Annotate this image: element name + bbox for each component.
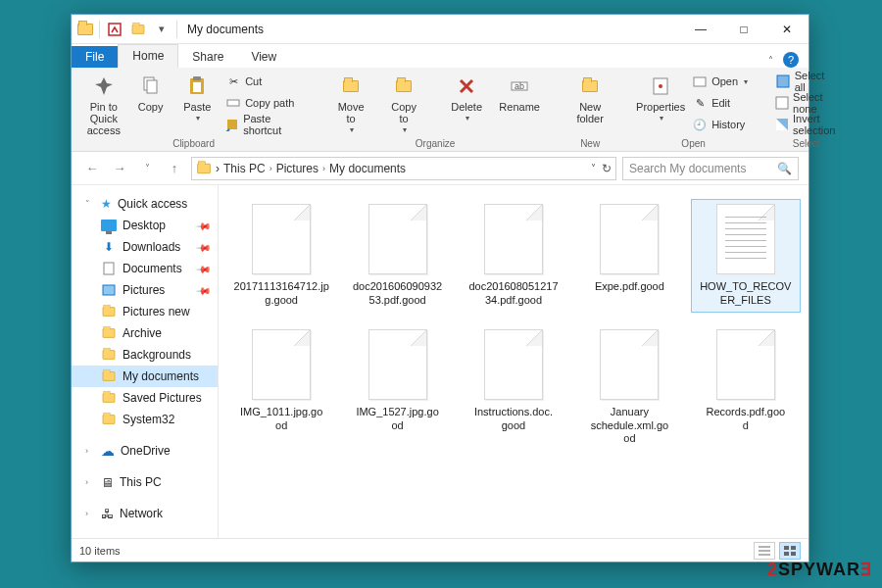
file-item[interactable]: January schedule.xml.go od (574, 324, 684, 451)
copy-to-button[interactable]: Copy to▾ (380, 72, 427, 135)
label: Pictures new (122, 305, 190, 318)
watermark: 2SPYWARƎ (767, 559, 872, 580)
file-item[interactable]: 20171113164712.jpg.good (226, 199, 336, 313)
properties-button[interactable]: Properties▾ (637, 72, 684, 123)
details-view-button[interactable] (754, 542, 775, 560)
address-bar[interactable]: › This PC› Pictures› My documents ˅ ↻ (191, 157, 616, 180)
file-icon (600, 329, 659, 400)
address-dropdown-button[interactable]: ˅ (591, 163, 596, 173)
file-pane[interactable]: 20171113164712.jpg.gooddoc201606090932 5… (219, 185, 808, 538)
collapse-ribbon-button[interactable]: ˄ (768, 55, 773, 66)
desktop-icon (101, 220, 117, 231)
sidebar-my-documents[interactable]: My documents (72, 366, 218, 387)
properties-icon (647, 74, 674, 99)
sidebar-pictures[interactable]: Pictures📌 (72, 279, 218, 301)
file-item[interactable]: IMG_1011.jpg.go od (226, 324, 336, 451)
file-item[interactable]: doc201608051217 34.pdf.good (459, 199, 568, 313)
tab-view[interactable]: View (237, 46, 290, 68)
file-item[interactable]: doc201606090932 53.pdf.good (342, 199, 452, 313)
back-button[interactable]: ← (81, 158, 103, 179)
maximize-button[interactable]: □ (722, 15, 765, 44)
sidebar-this-pc[interactable]: ›🖥This PC (72, 471, 218, 493)
group-organize: Move to▾ Copy to▾ Delete▾ ab Rename Orga… (321, 72, 549, 149)
edit-icon: ✎ (692, 95, 708, 111)
file-icon (600, 204, 659, 274)
label: OneDrive (121, 444, 171, 458)
sidebar-pictures-new[interactable]: Pictures new (72, 301, 218, 322)
breadcrumb-my-documents[interactable]: My documents (329, 162, 406, 175)
svg-rect-15 (104, 263, 114, 274)
edit-button[interactable]: ✎Edit (690, 93, 750, 113)
file-grid: 20171113164712.jpg.gooddoc201606090932 5… (226, 199, 801, 451)
sidebar-onedrive[interactable]: ›☁OneDrive (72, 440, 218, 462)
breadcrumb-this-pc[interactable]: This PC› (223, 162, 272, 175)
chevron-right-icon: › (322, 164, 325, 173)
group-label: Clipboard (172, 136, 215, 149)
minimize-button[interactable]: — (679, 15, 722, 44)
paste-button[interactable]: Paste ▾ (176, 72, 218, 123)
recent-locations-button[interactable]: ˅ (136, 158, 158, 179)
copy-path-button[interactable]: Copy path (223, 93, 304, 113)
chevron-right-icon: › (270, 164, 272, 173)
forward-button[interactable]: → (109, 158, 130, 179)
breadcrumb-pictures[interactable]: Pictures› (276, 162, 325, 175)
sidebar-desktop[interactable]: Desktop📌 (72, 215, 218, 236)
delete-button[interactable]: Delete▾ (443, 72, 490, 123)
svg-rect-13 (777, 75, 789, 87)
file-item[interactable]: IMG_1527.jpg.go od (342, 324, 452, 451)
qat-dropdown-icon[interactable]: ▾ (153, 21, 171, 38)
dogear-icon (759, 330, 774, 346)
history-button[interactable]: 🕘History (690, 115, 750, 134)
qat-properties-icon[interactable] (106, 21, 123, 38)
label: Backgrounds (122, 348, 191, 362)
file-item[interactable]: HOW_TO_RECOV ER_FILES (691, 199, 801, 313)
search-input[interactable]: Search My documents 🔍 (622, 157, 799, 180)
label: Paste (183, 101, 211, 113)
file-item[interactable]: Records.pdf.goo d (691, 324, 801, 451)
sidebar-system32[interactable]: System32 (72, 409, 218, 430)
new-folder-icon (576, 74, 604, 99)
dogear-icon (411, 205, 426, 220)
dogear-icon (294, 205, 310, 220)
rename-button[interactable]: ab Rename (496, 72, 543, 113)
move-to-button[interactable]: Move to▾ (327, 72, 374, 135)
label: Copy path (245, 97, 294, 109)
copy-button[interactable]: Copy (130, 72, 172, 113)
pin-icon (90, 74, 118, 99)
open-button[interactable]: Open▾ (690, 72, 750, 91)
new-folder-button[interactable]: New folder (566, 72, 613, 124)
icons-view-button[interactable] (779, 542, 801, 560)
tab-share[interactable]: Share (178, 46, 237, 68)
svg-rect-7 (227, 120, 237, 129)
paste-shortcut-button[interactable]: Paste shortcut (223, 115, 304, 134)
invert-selection-button[interactable]: Invert selection (773, 115, 839, 134)
sidebar-documents[interactable]: Documents📌 (72, 258, 218, 279)
sidebar-archive[interactable]: Archive (72, 322, 218, 344)
pin-to-quick-access-button[interactable]: Pin to Quick access (83, 72, 124, 136)
pin-icon: 📌 (196, 218, 212, 233)
tab-file[interactable]: File (72, 46, 118, 68)
close-button[interactable]: ✕ (765, 15, 808, 44)
sidebar-network[interactable]: ›🖧Network (72, 503, 218, 524)
file-item[interactable]: Expe.pdf.good (574, 199, 684, 313)
cut-button[interactable]: ✂Cut (223, 72, 304, 91)
svg-text:ab: ab (514, 81, 524, 91)
sidebar-saved-pictures[interactable]: Saved Pictures (72, 387, 218, 409)
svg-rect-17 (784, 546, 789, 550)
sidebar-downloads[interactable]: ⬇Downloads📌 (72, 236, 218, 258)
sidebar-quick-access[interactable]: ˅★Quick access (72, 193, 218, 215)
group-clipboard: Pin to Quick access Copy Paste ▾ ✂Cut Co… (77, 72, 310, 149)
refresh-button[interactable]: ↻ (602, 162, 612, 175)
tab-home[interactable]: Home (118, 44, 178, 68)
folder-icon (197, 164, 211, 173)
select-none-button[interactable]: Select none (773, 93, 839, 113)
qat-new-folder-icon[interactable] (129, 21, 147, 38)
up-button[interactable]: ↑ (164, 158, 185, 179)
sidebar-backgrounds[interactable]: Backgrounds (72, 344, 218, 366)
file-item[interactable]: Instructions.doc. good (459, 324, 568, 451)
group-label: Organize (416, 136, 456, 149)
chevron-right-icon: › (85, 446, 95, 456)
help-button[interactable]: ? (783, 52, 799, 68)
select-all-button[interactable]: Select all (773, 72, 839, 91)
select-none-icon (775, 95, 789, 111)
